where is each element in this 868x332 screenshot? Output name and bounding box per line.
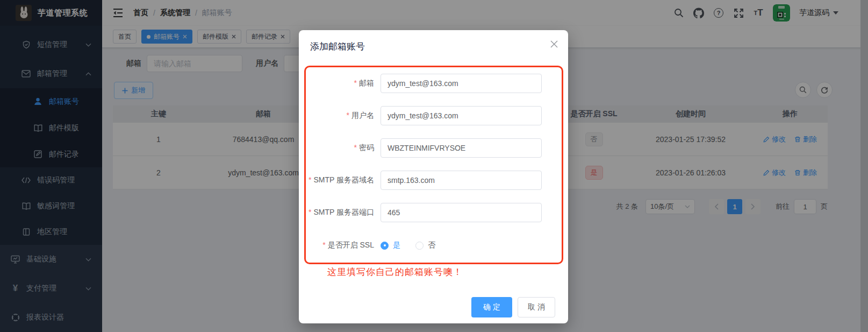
ssl-radio-no[interactable]: 否 <box>415 241 435 250</box>
app-root: 芋道管理系统 短信管理 邮箱管理 邮箱账号 <box>0 0 868 332</box>
ssl-no-label: 否 <box>428 241 435 250</box>
smtp-port-field-label: SMTP 服务器端口 <box>313 208 374 216</box>
form-row-mail: *邮箱 <box>299 74 542 93</box>
form-row-smtp-host: *SMTP 服务器域名 <box>299 171 542 190</box>
required-marker: * <box>347 111 349 119</box>
form-row-smtp-port: *SMTP 服务器端口 <box>299 203 542 222</box>
username-field-input[interactable] <box>381 106 542 125</box>
required-marker: * <box>354 79 357 87</box>
radio-unselected-icon <box>415 242 424 250</box>
ssl-field-label: 是否开启 SSL <box>328 241 374 249</box>
mail-field-input[interactable] <box>381 74 542 93</box>
ssl-yes-label: 是 <box>393 241 400 250</box>
cancel-button[interactable]: 取 消 <box>518 297 555 317</box>
ssl-radio-group: 是 否 <box>381 241 435 250</box>
smtp-host-field-input[interactable] <box>381 171 542 190</box>
smtp-port-field-input[interactable] <box>381 203 542 222</box>
red-annotation-box <box>304 66 563 264</box>
dialog-title: 添加邮箱账号 <box>310 40 365 53</box>
ssl-radio-yes[interactable]: 是 <box>381 241 400 250</box>
required-marker: * <box>354 143 357 152</box>
mail-field-label: 邮箱 <box>359 79 374 87</box>
close-icon[interactable] <box>549 39 559 50</box>
password-field-input[interactable] <box>381 138 542 158</box>
smtp-host-field-label: SMTP 服务器域名 <box>313 175 374 184</box>
confirm-button[interactable]: 确 定 <box>471 297 512 317</box>
radio-selected-icon <box>381 242 389 250</box>
annotation-note: 这里填写你自己的邮箱账号噢！ <box>327 266 463 278</box>
required-marker: * <box>309 175 311 184</box>
required-marker: * <box>309 208 311 216</box>
password-field-label: 密码 <box>359 143 374 152</box>
form-row-ssl: *是否开启 SSL 是 否 <box>299 237 435 254</box>
required-marker: * <box>322 241 325 249</box>
add-mail-account-dialog: 添加邮箱账号 *邮箱 *用户名 *密码 *SMTP 服务器域名 *SMTP 服务… <box>299 30 568 323</box>
form-row-password: *密码 <box>299 138 542 158</box>
username-field-label: 用户名 <box>351 111 374 119</box>
form-row-username: *用户名 <box>299 106 542 125</box>
